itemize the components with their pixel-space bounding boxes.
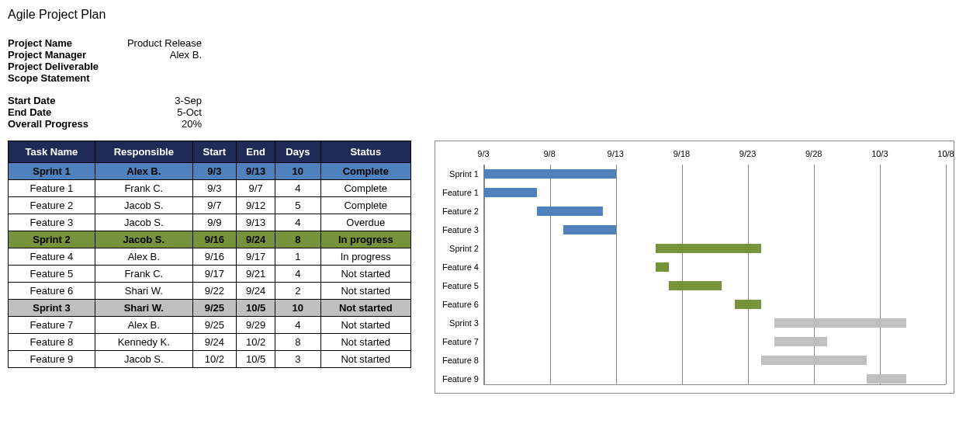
- cell-end: 9/29: [237, 317, 275, 334]
- table-row: Feature 6Shari W.9/229/242Not started: [9, 283, 411, 300]
- cell-status: Complete: [320, 163, 410, 180]
- table-row: Feature 5Frank C.9/179/214Not started: [9, 266, 411, 283]
- table-row: Feature 9Jacob S.10/210/53Not started: [9, 351, 411, 368]
- cell-status: Not started: [320, 266, 410, 283]
- cell-task: Feature 3: [9, 214, 95, 231]
- cell-task: Feature 4: [9, 248, 95, 266]
- gantt-gridline: [946, 165, 947, 384]
- meta-label-project-name: Project Name: [8, 37, 116, 49]
- cell-end: 10/2: [237, 334, 275, 351]
- gantt-axis-label: 9/18: [674, 149, 690, 158]
- project-meta: Project NameProduct Release Project Mana…: [8, 37, 972, 84]
- cell-start: 9/7: [192, 197, 236, 214]
- gantt-bar: [484, 188, 537, 197]
- gantt-axis-label: 9/8: [543, 149, 555, 158]
- cell-end: 9/24: [237, 231, 275, 248]
- cell-responsible: Alex B.: [95, 163, 192, 180]
- cell-task: Feature 2: [9, 197, 95, 214]
- cell-responsible: Frank C.: [95, 180, 192, 197]
- gantt-row-label: Feature 5: [435, 276, 482, 295]
- cell-end: 9/24: [237, 283, 275, 300]
- cell-task: Sprint 2: [9, 231, 95, 248]
- meta-value-scope-statement: [116, 72, 202, 84]
- gantt-bar: [656, 262, 669, 272]
- cell-days: 1: [275, 248, 320, 266]
- cell-status: Not started: [320, 283, 410, 300]
- table-row: Feature 8Kennedy K.9/2410/28Not started: [9, 334, 411, 351]
- gantt-row-label: Feature 1: [435, 183, 482, 202]
- table-row: Feature 2Jacob S.9/79/125Complete: [9, 197, 411, 214]
- col-task: Task Name: [9, 141, 95, 163]
- cell-responsible: Jacob S.: [95, 214, 192, 231]
- gantt-bar: [537, 207, 603, 216]
- cell-responsible: Shari W.: [95, 300, 192, 317]
- cell-task: Feature 9: [9, 351, 95, 368]
- gantt-axis-label: 9/3: [477, 149, 489, 158]
- cell-responsible: Jacob S.: [95, 231, 192, 248]
- gantt-bar: [735, 300, 761, 309]
- task-table: Task Name Responsible Start End Days Sta…: [8, 141, 411, 368]
- cell-days: 8: [275, 231, 320, 248]
- table-row: Sprint 2Jacob S.9/169/248In progress: [9, 231, 411, 248]
- cell-start: 9/17: [192, 266, 236, 283]
- gantt-gridline: [880, 165, 881, 384]
- gantt-bar: [774, 337, 827, 346]
- gantt-row-label: Feature 8: [435, 351, 482, 370]
- cell-task: Feature 8: [9, 334, 95, 351]
- meta-label-overall-progress: Overall Progress: [8, 118, 116, 130]
- cell-start: 9/16: [192, 248, 236, 266]
- gantt-gridline: [748, 165, 749, 384]
- table-row: Feature 7Alex B.9/259/294Not started: [9, 317, 411, 334]
- cell-start: 9/22: [192, 283, 236, 300]
- gantt-gridline: [616, 165, 617, 384]
- cell-status: In progress: [320, 231, 410, 248]
- cell-end: 9/13: [237, 214, 275, 231]
- cell-status: Not started: [320, 300, 410, 317]
- cell-task: Feature 6: [9, 283, 95, 300]
- cell-start: 9/3: [192, 163, 236, 180]
- col-status: Status: [320, 141, 410, 163]
- cell-end: 9/17: [237, 248, 275, 266]
- meta-label-project-deliverable: Project Deliverable: [8, 61, 116, 72]
- cell-status: Overdue: [320, 214, 410, 231]
- cell-start: 9/25: [192, 300, 236, 317]
- meta-value-project-manager: Alex B.: [116, 49, 202, 61]
- gantt-bar: [563, 225, 616, 234]
- gantt-gridline: [814, 165, 815, 384]
- cell-status: Complete: [320, 197, 410, 214]
- gantt-bar: [867, 374, 906, 384]
- gantt-row-label: Feature 2: [435, 202, 482, 220]
- gantt-bar: [656, 244, 761, 253]
- cell-days: 8: [275, 334, 320, 351]
- table-row: Sprint 3Shari W.9/2510/510Not started: [9, 300, 411, 317]
- cell-start: 9/25: [192, 317, 236, 334]
- col-days: Days: [275, 141, 320, 163]
- cell-start: 9/3: [192, 180, 236, 197]
- table-header-row: Task Name Responsible Start End Days Sta…: [9, 141, 411, 163]
- gantt-row-label: Feature 4: [435, 258, 482, 276]
- gantt-bar: [774, 318, 906, 328]
- gantt-row-label: Sprint 1: [435, 165, 482, 183]
- cell-task: Feature 5: [9, 266, 95, 283]
- cell-days: 3: [275, 351, 320, 368]
- gantt-gridline: [484, 165, 485, 384]
- cell-end: 9/7: [237, 180, 275, 197]
- cell-task: Sprint 1: [9, 163, 95, 180]
- cell-end: 9/13: [237, 163, 275, 180]
- cell-task: Sprint 3: [9, 300, 95, 317]
- meta-label-end-date: End Date: [8, 106, 116, 118]
- meta-value-overall-progress: 20%: [116, 118, 202, 130]
- gantt-row-label: Feature 3: [435, 220, 482, 239]
- gantt-row-label: Feature 7: [435, 332, 482, 351]
- gantt-chart: Sprint 1Feature 1Feature 2Feature 3Sprin…: [435, 141, 954, 394]
- table-row: Feature 1Frank C.9/39/74Complete: [9, 180, 411, 197]
- meta-label-start-date: Start Date: [8, 95, 116, 106]
- table-row: Feature 4Alex B.9/169/171In progress: [9, 248, 411, 266]
- gantt-row-label: Feature 9: [435, 370, 482, 388]
- gantt-row-label: Feature 6: [435, 295, 482, 314]
- cell-responsible: Jacob S.: [95, 197, 192, 214]
- cell-end: 10/5: [237, 300, 275, 317]
- meta-value-project-deliverable: [116, 61, 202, 72]
- cell-end: 10/5: [237, 351, 275, 368]
- gantt-bar: [484, 169, 616, 179]
